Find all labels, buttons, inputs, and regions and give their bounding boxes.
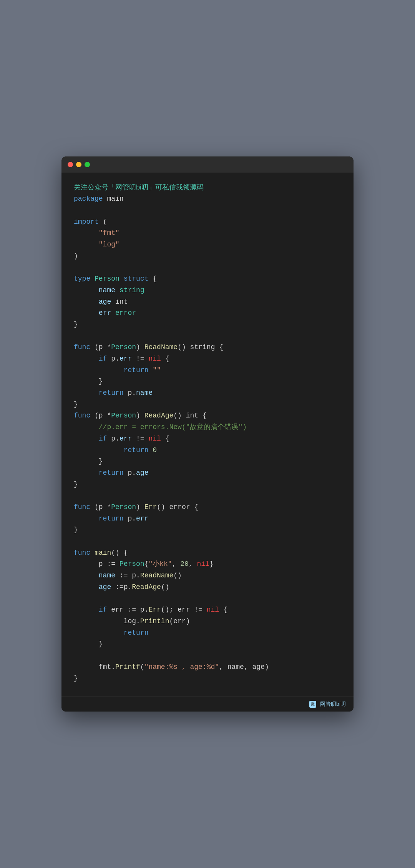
maximize-button[interactable] xyxy=(85,162,90,167)
footer: 微 网管叨bi叨 xyxy=(61,697,354,712)
field-age: age xyxy=(99,298,111,306)
minimize-button[interactable] xyxy=(76,162,81,167)
func-keyword-3: func xyxy=(74,503,90,511)
brand-label: 微 网管叨bi叨 xyxy=(309,701,346,708)
readname-func: ReadName xyxy=(144,343,178,351)
package-keyword: package xyxy=(74,195,103,203)
readage-func: ReadAge xyxy=(144,412,174,419)
func-keyword-1: func xyxy=(74,343,90,351)
import-fmt: "fmt" xyxy=(99,229,120,237)
func-keyword-2: func xyxy=(74,412,90,419)
field-name: name xyxy=(99,286,115,294)
code-editor: 关注公众号「网管叨bi叨」可私信我领源码 package main import… xyxy=(61,173,354,697)
main-func: main xyxy=(95,549,111,557)
wechat-icon: 微 xyxy=(309,701,316,708)
err-func: Err xyxy=(144,503,157,511)
commented-line: //p.err = errors.New("故意的搞个错误") xyxy=(99,423,247,431)
person-type-name: Person xyxy=(95,275,120,283)
code-window: 关注公众号「网管叨bi叨」可私信我领源码 package main import… xyxy=(61,156,354,712)
import-keyword: import xyxy=(74,218,99,226)
func-keyword-4: func xyxy=(74,549,90,557)
type-keyword: type xyxy=(74,275,90,283)
cn-comment-line: 关注公众号「网管叨bi叨」可私信我领源码 xyxy=(74,183,204,191)
titlebar xyxy=(61,156,354,173)
close-button[interactable] xyxy=(68,162,73,167)
field-err: err xyxy=(99,309,111,317)
import-log: "log" xyxy=(99,241,120,248)
brand-text: 网管叨bi叨 xyxy=(320,701,346,707)
